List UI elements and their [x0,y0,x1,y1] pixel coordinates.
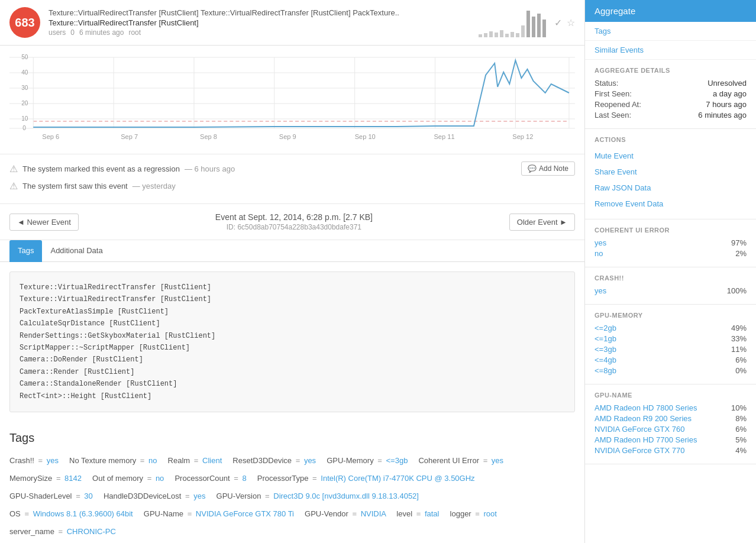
action-remove[interactable]: Remove Event Data [595,196,747,212]
agg-status-label: Status: [595,79,618,88]
gpu-mem-key-4[interactable]: <=8gb [595,366,616,375]
star-icon[interactable]: ☆ [567,17,575,28]
header-meta: users 0 6 minutes ago root [49,28,471,37]
tag-key-os: OS [9,509,21,518]
gpu-name-row-3: AMD Radeon HD 7700 Series 5% [595,435,747,444]
svg-text:50: 50 [21,54,28,60]
tag-key-gpuver: GPU-Version [217,492,261,500]
tag-val-handled3d[interactable]: yes [193,492,205,500]
tag-key-gpu-mem: GPU-Memory [327,456,373,465]
tag-key-level: level [396,509,412,518]
gpu-mem-key-3[interactable]: <=4gb [595,355,616,364]
agg-status-value: Unresolved [707,79,747,88]
agg-status-row: Status: Unresolved [595,79,747,88]
gpu-mem-row-4: <=8gb 0% [595,366,747,375]
coherent-no-key[interactable]: no [595,249,603,258]
gpu-mem-key-0[interactable]: <=2gb [595,324,616,332]
crash-title: CRASH!! [595,274,747,282]
sidebar-gpu-name: GPU-NAME AMD Radeon HD 7800 Series 10% A… [585,384,756,464]
older-event-button[interactable]: Older Event ► [509,214,575,231]
tag-val-gpu-vendor[interactable]: NVIDIA [361,509,386,518]
gpu-name-key-3[interactable]: AMD Radeon HD 7700 Series [595,435,697,444]
tag-val-gpu-name[interactable]: NVIDIA GeForce GTX 780 Ti [196,509,294,518]
tag-row-4: OS = Windows 8.1 (6.3.9600) 64bit GPU-Na… [9,506,575,522]
coherent-no-pct: 2% [735,249,747,258]
newer-event-button[interactable]: ◄ Newer Event [9,214,79,231]
agg-reopened-label: Reopened At: [595,100,641,109]
gpu-name-key-0[interactable]: AMD Radeon HD 7800 Series [595,403,697,412]
tag-val-gpuver[interactable]: Direct3D 9.0c [nvd3dumx.dll 9.18.13.4052… [273,492,419,500]
gpu-name-row-1: AMD Radeon R9 200 Series 8% [595,414,747,423]
svg-text:40: 40 [21,69,28,76]
header-title-long: Texture::VirtualRedirectTransfer [RustCl… [49,8,463,17]
tag-val-gpu-mem[interactable]: <=3gb [386,456,408,465]
sidebar-link-similar[interactable]: Similar Events [585,41,756,60]
timeline-first-saw: ⚠ The system first saw this event — yest… [9,180,575,192]
tag-key-server: server_name [9,527,54,536]
tag-val-server[interactable]: CHRONIC-PC [67,527,116,536]
tag-row-2: MemorySize = 8142 Out of memory = no Pro… [9,471,575,486]
tag-val-memsize[interactable]: 8142 [64,474,82,483]
gpu-name-key-1[interactable]: AMD Radeon R9 200 Series [595,414,692,423]
svg-text:20: 20 [21,100,28,106]
coherent-yes-row: yes 97% [595,238,747,247]
stack-line-9: RectT<int>::Height [RustClient] [20,390,565,402]
event-id: ID: 6c50d8ab70754a228b3a43d0bdafe371 [215,223,373,231]
tag-key-proctype: ProcessorType [257,474,309,483]
gpu-mem-key-2[interactable]: <=3gb [595,345,616,354]
tag-val-realm[interactable]: Client [202,456,222,465]
action-mute[interactable]: Mute Event [595,148,747,164]
crash-yes-key[interactable]: yes [595,286,606,295]
svg-text:Sep 8: Sep 8 [200,133,217,140]
tab-tags[interactable]: Tags [9,240,42,262]
event-header: 683 Texture::VirtualRedirectTransfer [Ru… [0,0,584,46]
tag-val-proctype[interactable]: Intel(R) Core(TM) i7-4770K CPU @ 3.50GHz [321,474,474,483]
tag-val-shaderlevel[interactable]: 30 [84,492,92,500]
sidebar-title: Aggregate [585,0,756,22]
action-raw-json[interactable]: Raw JSON Data [595,180,747,196]
tag-val-level[interactable]: fatal [425,509,440,518]
sidebar-gpu-memory: GPU-MEMORY <=2gb 49% <=1gb 33% <=3gb 11%… [585,305,756,384]
event-time: 6 minutes ago [79,28,124,37]
stack-line-3: CalculateSqrDistance [RustClient] [20,318,565,329]
svg-rect-9 [526,11,530,37]
gpu-name-key-2[interactable]: NVIDIA GeForce GTX 760 [595,425,684,434]
gpu-name-row-2: NVIDIA GeForce GTX 760 6% [595,425,747,434]
tab-additional-data[interactable]: Additional Data [42,240,111,262]
agg-firstseen-value: a day ago [713,89,747,98]
tag-val-no-texture[interactable]: no [148,456,157,465]
tag-val-oom[interactable]: no [156,474,164,483]
svg-rect-0 [479,34,482,37]
tag-val-os[interactable]: Windows 8.1 (6.3.9600) 64bit [33,509,133,518]
first-saw-time: — yesterday [133,182,176,190]
tag-val-proccount[interactable]: 8 [242,474,246,483]
regression-time: — 6 hours ago [185,164,235,173]
header-info: Texture::VirtualRedirectTransfer [RustCl… [49,8,471,37]
event-tabs: Tags Additional Data [0,240,584,262]
tag-val-logger[interactable]: root [484,509,497,518]
sidebar-actions: ACTIONS Mute Event Share Event Raw JSON … [585,129,756,219]
coherent-yes-key[interactable]: yes [595,238,606,247]
header-title-short: Texture::VirtualRedirectTransfer [RustCl… [49,18,471,27]
stack-line-0: Texture::VirtualRedirectTransfer [RustCl… [20,282,565,293]
tag-val-resetd3d[interactable]: yes [304,456,316,465]
tag-val-coherent[interactable]: yes [492,456,503,465]
action-share[interactable]: Share Event [595,164,747,180]
svg-rect-4 [500,30,503,37]
add-note-button[interactable]: 💬 Add Note [521,161,575,176]
gpu-mem-pct-1: 33% [731,334,747,343]
crash-yes-row: yes 100% [595,286,747,295]
event-navigation: ◄ Newer Event Event at Sept. 12, 2014, 6… [0,204,584,240]
gpu-mem-row-0: <=2gb 49% [595,324,747,332]
gpu-mem-pct-3: 6% [735,355,747,364]
svg-rect-2 [489,31,493,37]
gpu-name-key-4[interactable]: NVIDIA GeForce GTX 770 [595,446,684,455]
sidebar-link-tags[interactable]: Tags [585,22,756,41]
gpu-mem-key-1[interactable]: <=1gb [595,334,616,343]
tags-heading: Tags [9,431,575,445]
tag-key-gpu-name: GPU-Name [144,509,183,518]
first-saw-icon: ⚠ [9,180,18,192]
check-icon[interactable]: ✓ [554,17,562,28]
tag-val-crash[interactable]: yes [47,456,59,465]
stack-line-2: PackTextureAtlasSimple [RustClient] [20,306,565,318]
